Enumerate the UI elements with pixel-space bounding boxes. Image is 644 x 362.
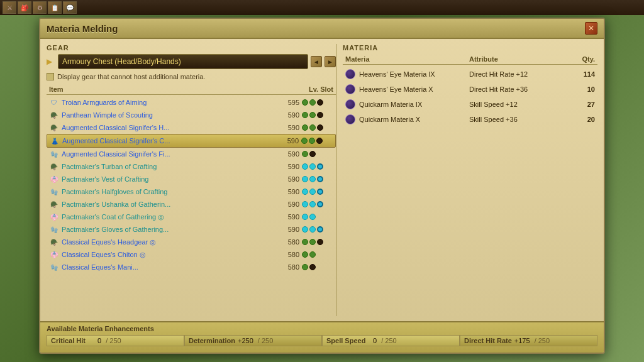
slot-2 [309,264,316,270]
slot-1 [302,264,308,270]
gear-row-level: 595 [277,99,299,106]
table-row[interactable]: 👘 Pactmaker's Vest of Crafting 590 [47,173,336,185]
gear-row-level: 580 [277,238,299,246]
gear-row-name: Classical Eques's Mani... [62,263,277,271]
gear-row-icon: 🪖 [49,199,59,209]
slot-3 [316,138,323,144]
table-row[interactable]: 👗 Augmented Classical Signifer's C... 59… [47,134,336,148]
title-bar: Materia Melding ✕ [40,19,604,39]
table-row[interactable]: 🧤 Pactmaker's Gloves of Gathering... 590 [47,223,336,236]
table-row[interactable]: 🪖 Panthean Wimple of Scouting 590 [47,109,336,121]
materia-melding-window: Materia Melding ✕ GEAR ▶ Armoury Chest (… [39,18,605,354]
gear-row-icon: 🧤 [49,187,59,197]
table-row[interactable]: 🪖 Pactmaker's Turban of Crafting 590 [47,160,336,173]
gear-row-icon: 🪖 [49,237,59,247]
gear-row-slots [302,189,333,195]
gear-row-slots [302,163,333,170]
materia-name: Heavens' Eye Materia IX [359,70,469,78]
materia-qty: 27 [570,101,595,108]
main-content: GEAR ▶ Armoury Chest (Head/Body/Hands) ◄… [40,39,604,321]
stat-name: Direct Hit Rate [464,337,512,344]
materia-section-label: MATERIA [343,44,597,52]
table-row[interactable]: 🧤 Pactmaker's Halfgloves of Crafting 590 [47,185,336,198]
list-item[interactable]: Heavens' Eye Materia X Direct Hit Rate +… [343,82,597,96]
slot-2 [309,112,316,118]
slot-3 [317,163,323,170]
gear-row-level: 590 [277,200,299,208]
col-attr-header: Attribute [469,55,570,63]
gear-row-slots [302,99,333,106]
close-button[interactable]: ✕ [585,22,597,35]
materia-attribute: Skill Speed +12 [469,101,570,108]
materia-attribute: Direct Hit Rate +36 [469,85,570,93]
materia-qty: 10 [570,85,595,93]
gear-dropdown[interactable]: Armoury Chest (Head/Body/Hands) [58,54,308,69]
slot-2 [309,239,316,245]
slot-1 [302,239,308,245]
gear-row-slots [302,124,333,131]
gear-row-icon: 👘 [49,250,59,260]
slot-2 [309,226,316,233]
gear-row-name: Augmented Classical Signifer's Fi... [62,150,277,158]
right-panel: MATERIA Materia Attribute Qty. Heavens' … [336,44,597,316]
gear-row-name: Classical Eques's Chiton ◎ [62,251,277,259]
table-row[interactable]: 🪖 Augmented Classical Signifer's H... 59… [47,121,336,134]
table-row[interactable]: 🪖 Classical Eques's Headgear ◎ 580 [47,236,336,248]
table-row[interactable]: 🧤 Augmented Classical Signifer's Fi... 5… [47,148,336,160]
table-row[interactable]: 🛡 Troian Armguards of Aiming 595 [47,96,336,109]
gear-row-name: Pactmaker's Turban of Crafting [62,163,277,170]
slot-3 [317,124,323,131]
display-checkbox[interactable] [47,73,54,80]
slot-3 [317,189,323,195]
gear-row-name: Pactmaker's Ushanka of Gatherin... [62,200,277,208]
gear-row-name: Pactmaker's Coat of Gathering ◎ [62,213,277,221]
gear-row-slots [302,201,333,207]
slot-2 [309,176,316,182]
stat-critical-hit: Critical Hit 0 / 250 [47,335,184,346]
top-bar-icon-1: ⚔ [3,1,16,14]
gear-row-name: Pactmaker's Gloves of Gathering... [62,226,277,233]
slot-3 [317,226,323,233]
gear-row-slots [302,214,333,220]
stat-sep: / 250 [379,337,397,344]
slot-3 [317,239,323,245]
gear-row-icon: 🪖 [49,123,59,133]
gear-row-level: 580 [277,263,299,271]
materia-icon [345,84,355,94]
left-panel: GEAR ▶ Armoury Chest (Head/Body/Hands) ◄… [47,44,336,316]
slot-1 [302,124,308,131]
materia-name: Quickarm Materia IX [359,101,469,108]
list-item[interactable]: Quickarm Materia X Skill Speed +36 20 [343,112,597,126]
materia-attribute: Skill Speed +36 [469,116,570,123]
list-item[interactable]: Quickarm Materia IX Skill Speed +12 27 [343,97,597,111]
gear-list[interactable]: 🛡 Troian Armguards of Aiming 595 🪖 Panth… [47,96,336,297]
top-bar-icon-5: 💬 [63,1,77,14]
gear-row-icon: 👗 [50,136,60,146]
gear-row-icon: 🧤 [49,262,59,272]
stat-value: +250 [238,337,253,344]
gear-section-label: GEAR [47,44,336,52]
materia-qty: 20 [570,116,595,123]
gear-row-level: 590 [277,137,299,145]
list-item[interactable]: Heavens' Eye Materia IX Direct Hit Rate … [343,67,597,81]
table-row[interactable]: 🧤 Classical Eques's Mani... 580 [47,261,336,273]
slot-1 [302,214,308,220]
gear-next-button[interactable]: ► [325,56,336,67]
slot-2 [309,214,316,220]
table-row[interactable]: 🪖 Pactmaker's Ushanka of Gatherin... 590 [47,198,336,211]
col-materia-header: Materia [345,55,469,63]
stat-name: Determination [189,337,235,344]
table-row[interactable]: 👘 Pactmaker's Coat of Gathering ◎ 590 [47,211,336,223]
gear-row-name: Classical Eques's Headgear ◎ [62,238,277,246]
table-row[interactable]: 👘 Classical Eques's Chiton ◎ 580 [47,248,336,261]
stat-spell-speed: Spell Speed 0 / 250 [322,335,460,346]
stat-value: +175 [514,337,530,344]
slot-2 [309,124,316,131]
stat-direct-hit-rate: Direct Hit Rate +175 / 250 [460,335,597,346]
slot-2 [309,251,316,258]
materia-icon [345,69,355,79]
gear-row-name: Pactmaker's Halfgloves of Crafting [62,188,277,195]
gear-prev-button[interactable]: ◄ [311,56,322,67]
gear-row-level: 590 [277,150,299,158]
top-bar-icon-4: 📋 [48,1,62,14]
